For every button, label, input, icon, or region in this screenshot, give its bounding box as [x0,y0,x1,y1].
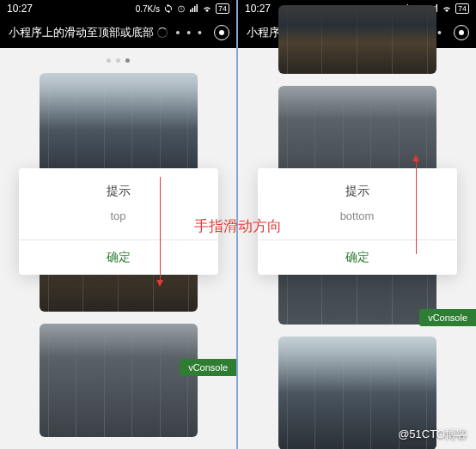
swipe-direction-label: 手指滑动方向 [194,216,282,236]
swipe-arrow-down-icon [160,177,161,282]
alert-modal: 提示 bottom 确定 [258,168,457,275]
svg-rect-9 [436,4,437,12]
image-card [278,5,436,74]
modal-title: 提示 [258,168,457,204]
image-card [40,324,198,437]
loading-spinner-icon [157,27,168,38]
nav-close-icon[interactable] [214,25,229,40]
status-time: 10:27 [245,3,271,15]
nav-close-icon[interactable] [454,25,469,40]
signal-icon [189,3,199,14]
modal-confirm-button[interactable]: 确定 [258,240,457,275]
status-time: 10:27 [7,3,33,15]
vconsole-button[interactable]: vConsole [180,359,236,376]
page-indicator [0,53,236,73]
nav-bar: 小程序上的滑动至顶部或底部 • • • [0,17,236,48]
alarm-icon [176,3,186,14]
wifi-icon [442,3,452,14]
wifi-icon [202,3,212,14]
status-battery: 74 [216,3,229,14]
status-network-speed: 0.7K/s [136,4,160,14]
svg-rect-4 [196,4,198,12]
alert-modal: 提示 top 确定 [19,168,218,275]
modal-title: 提示 [19,168,218,204]
modal-message: top [19,204,218,240]
status-battery: 74 [455,3,469,14]
swipe-arrow-up-icon [416,160,417,254]
svg-rect-2 [192,8,193,12]
watermark-text: @51CTO博客 [398,427,467,442]
nav-menu-icon[interactable]: • • • [176,26,204,39]
nav-title: 小程序上的滑动至顶部或底部 [9,25,176,40]
modal-confirm-button[interactable]: 确定 [19,240,218,275]
vconsole-button[interactable]: vConsole [419,309,476,326]
svg-rect-3 [194,6,196,12]
sync-icon [163,3,174,14]
status-bar: 10:27 0.7K/s 74 [0,0,236,17]
modal-message: bottom [258,204,457,240]
svg-rect-1 [190,9,192,12]
status-icons [163,3,212,14]
